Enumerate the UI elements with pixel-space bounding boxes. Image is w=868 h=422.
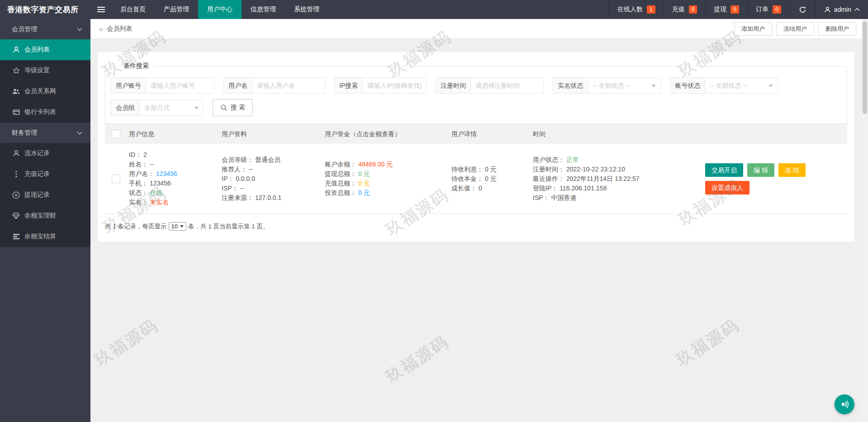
sidebar-item-withdraw-records[interactable]: ¥ 提现记录 bbox=[0, 185, 90, 205]
stat-withdraw[interactable]: 提现 0 bbox=[705, 0, 747, 19]
sidebar-item-flow-records[interactable]: 流水记录 bbox=[0, 143, 90, 164]
search-fieldset: 条件搜索 用户账号 用户名 IP搜索 注册时间 bbox=[105, 62, 847, 124]
user-menu[interactable]: admin bbox=[816, 0, 868, 19]
stat-recharge[interactable]: 充值 0 bbox=[664, 0, 706, 19]
breadcrumb-arrow-icon: » bbox=[99, 24, 104, 33]
table-header: 用户信息 用户资料 用户资金（点击金额查看） 用户详情 时间 bbox=[105, 124, 847, 144]
app-logo: 香港数字资产交易所 bbox=[0, 0, 90, 19]
sidebar-item-yuebao-settlement[interactable]: 余额宝结算 bbox=[0, 226, 90, 247]
sidebar-item-member-network[interactable]: 会员关系网 bbox=[0, 81, 90, 102]
topnav-item-home[interactable]: 后台首页 bbox=[111, 0, 155, 19]
username-link[interactable]: 123456 bbox=[156, 170, 177, 177]
select-arrow-icon bbox=[180, 225, 184, 228]
stat-online-users[interactable]: 在线人数 1 bbox=[609, 0, 664, 19]
add-user-button[interactable]: 添加用户 bbox=[734, 22, 772, 36]
field-realname-status: 实名状态 -- 全部状态 -- bbox=[553, 77, 661, 94]
cell-user-info: ID： 2 姓名： -- 用户名： 123456 手机： 123456 状态： … bbox=[127, 150, 219, 207]
list-icon bbox=[12, 233, 20, 240]
sidebar-item-bank-cards[interactable]: 银行卡列表 bbox=[0, 102, 90, 123]
user-icon bbox=[12, 150, 20, 157]
sidebar-section-finance-mgmt[interactable]: 财务管理 bbox=[0, 123, 90, 143]
select-all-checkbox[interactable] bbox=[112, 130, 120, 138]
topnav-item-user-center[interactable]: 用户中心 bbox=[198, 0, 242, 19]
top-nav: 后台首页 产品管理 用户中心 信息管理 系统管理 bbox=[111, 0, 328, 19]
star-icon bbox=[12, 67, 20, 74]
sidebar-item-yuebao-finance[interactable]: 余额宝理财 bbox=[0, 205, 90, 226]
col-header-time: 时间 bbox=[531, 129, 699, 139]
chevron-down-icon bbox=[77, 131, 82, 135]
voice-icon bbox=[839, 399, 850, 410]
user-account-input[interactable] bbox=[146, 77, 214, 94]
register-time-input[interactable] bbox=[470, 77, 544, 94]
cell-user-detail: 待收利息： 0 元 待收本金： 0 元 成长值： 0 bbox=[449, 165, 531, 193]
scrollbar-thumb[interactable] bbox=[863, 21, 867, 114]
cell-actions: 交易开启 编 辑 冻 结 设置成假人 bbox=[699, 163, 847, 194]
cell-time: 用户状态： 正常 注册时间： 2022-10-22 23:12:10 最近操作：… bbox=[531, 155, 699, 203]
username: admin bbox=[834, 6, 851, 13]
withdraw-total-link[interactable]: 0 元 bbox=[358, 170, 370, 177]
col-header-user-profile: 用户资料 bbox=[219, 129, 323, 139]
sidebar-item-level-settings[interactable]: 等级设置 bbox=[0, 60, 90, 81]
sidebar-section-member-mgmt[interactable]: 会员管理 bbox=[0, 19, 90, 39]
online-count-badge: 1 bbox=[647, 5, 655, 14]
diamond-icon bbox=[12, 212, 20, 219]
sidebar-item-member-list[interactable]: 会员列表 bbox=[0, 39, 90, 60]
breadcrumb-bar: » 会员列表 添加用户 冻结用户 删除用户 bbox=[90, 19, 862, 39]
bank-card-icon bbox=[12, 109, 20, 116]
online-status: 在线 bbox=[150, 189, 162, 196]
invest-total-link[interactable]: 0 元 bbox=[358, 189, 370, 196]
select-arrow-icon bbox=[768, 85, 773, 87]
recharge-total-link[interactable]: 0 元 bbox=[358, 180, 370, 187]
rmb-icon: ¥ bbox=[12, 191, 20, 199]
refresh-button[interactable] bbox=[789, 0, 816, 19]
recharge-count-badge: 0 bbox=[689, 5, 697, 14]
pagination: 共 1 条记录，每页显示 10 条，共 1 页当前显示第 1 页。 bbox=[105, 222, 847, 231]
user-icon bbox=[12, 46, 20, 53]
field-register-time: 注册时间 bbox=[436, 77, 544, 94]
search-button[interactable]: 搜 索 bbox=[213, 99, 253, 116]
member-group-select[interactable]: 全部方式 bbox=[139, 100, 204, 116]
realname-status-select[interactable]: -- 全部状态 -- bbox=[588, 77, 661, 94]
search-row-1: 用户账号 用户名 IP搜索 注册时间 实名状态 bbox=[111, 77, 841, 94]
pagination-prefix: 共 1 条记录，每页显示 bbox=[105, 223, 167, 231]
realname-status: 未实名 bbox=[150, 199, 169, 206]
field-member-group: 会员组 全部方式 bbox=[111, 100, 204, 116]
order-count-badge: 0 bbox=[773, 5, 781, 14]
col-header-user-detail: 用户详情 bbox=[449, 129, 531, 139]
topnav-item-products[interactable]: 产品管理 bbox=[155, 0, 198, 19]
field-account-status: 账号状态 -- 全部状态 -- bbox=[670, 77, 778, 94]
pagination-suffix: 条，共 1 页当前显示第 1 页。 bbox=[188, 223, 269, 231]
set-fake-user-button[interactable]: 设置成假人 bbox=[705, 181, 749, 194]
field-user-account: 用户账号 bbox=[111, 77, 214, 94]
account-balance-link[interactable]: 48469.00 元 bbox=[358, 161, 393, 168]
search-legend: 条件搜索 bbox=[119, 62, 153, 70]
sidebar-item-recharge-records[interactable]: 充值记录 bbox=[0, 164, 90, 185]
collapse-menu-button[interactable] bbox=[90, 0, 111, 19]
support-widget-button[interactable] bbox=[835, 394, 854, 414]
username-input[interactable] bbox=[252, 77, 325, 94]
stat-orders[interactable]: 订单 0 bbox=[747, 0, 789, 19]
sidebar: 会员管理 会员列表 等级设置 会员关系网 银行卡列表 财务管理 流水记录 bbox=[0, 19, 90, 422]
freeze-button[interactable]: 冻 结 bbox=[778, 163, 806, 177]
breadcrumb: 会员列表 bbox=[107, 25, 133, 33]
group-icon bbox=[12, 88, 20, 95]
search-row-2: 会员组 全部方式 搜 索 bbox=[111, 99, 841, 116]
freeze-user-button[interactable]: 冻结用户 bbox=[776, 22, 814, 36]
topbar-right: 在线人数 1 充值 0 提现 0 订单 0 admin bbox=[609, 0, 868, 19]
more-vertical-icon bbox=[12, 171, 20, 178]
user-status: 正常 bbox=[566, 156, 579, 163]
row-checkbox[interactable] bbox=[112, 175, 120, 183]
col-header-user-info: 用户信息 bbox=[127, 129, 219, 139]
page-size-select[interactable]: 10 bbox=[169, 222, 186, 231]
topnav-item-info[interactable]: 信息管理 bbox=[242, 0, 285, 19]
trade-toggle-button[interactable]: 交易开启 bbox=[705, 163, 743, 177]
account-status-select[interactable]: -- 全部状态 -- bbox=[705, 77, 778, 94]
delete-user-button[interactable]: 删除用户 bbox=[818, 22, 856, 36]
hamburger-icon bbox=[97, 5, 105, 14]
ip-search-input[interactable] bbox=[362, 77, 427, 94]
top-bar: 香港数字资产交易所 后台首页 产品管理 用户中心 信息管理 系统管理 在线人数 … bbox=[0, 0, 868, 19]
edit-button[interactable]: 编 辑 bbox=[747, 163, 774, 177]
topnav-item-system[interactable]: 系统管理 bbox=[285, 0, 328, 19]
scrollbar-track bbox=[862, 19, 868, 422]
breadcrumb-actions: 添加用户 冻结用户 删除用户 bbox=[734, 22, 856, 36]
